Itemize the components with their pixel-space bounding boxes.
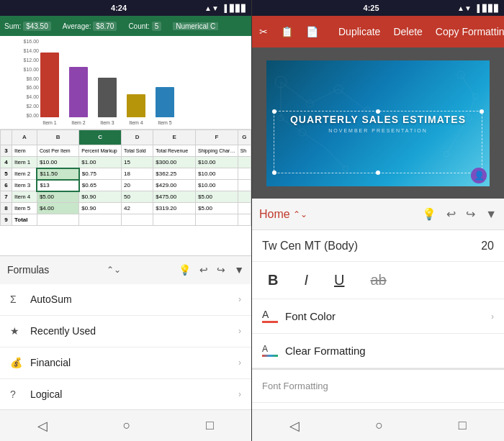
- underline-button[interactable]: U: [328, 269, 350, 291]
- cell[interactable]: Item 1: [12, 157, 37, 168]
- col-b[interactable]: B: [37, 130, 78, 145]
- cell[interactable]: Item: [12, 145, 37, 157]
- paste-button[interactable]: 📄: [303, 24, 321, 39]
- cell[interactable]: [153, 214, 196, 226]
- bulb-icon[interactable]: 💡: [179, 264, 191, 276]
- cell[interactable]: Total Sold: [122, 145, 153, 157]
- copy-formatting-button[interactable]: Copy Formatting: [433, 24, 504, 39]
- col-g[interactable]: G: [238, 130, 251, 145]
- cell[interactable]: Item 2: [12, 168, 37, 180]
- cell[interactable]: $1.00: [79, 157, 122, 168]
- cell[interactable]: 15: [122, 157, 153, 168]
- cell[interactable]: [122, 214, 153, 226]
- cell[interactable]: Item 3: [12, 180, 37, 191]
- chevron-right-icon: ›: [238, 326, 241, 336]
- cell[interactable]: $5.00: [37, 191, 78, 203]
- home-button[interactable]: ○: [123, 418, 131, 433]
- col-c[interactable]: C: [79, 130, 122, 145]
- cell[interactable]: $0.90: [79, 191, 122, 203]
- cell[interactable]: Total Revenue: [153, 145, 196, 157]
- delete-button[interactable]: Delete: [390, 24, 425, 39]
- cell[interactable]: 42: [122, 203, 153, 214]
- cell[interactable]: $0.75: [79, 168, 122, 180]
- cell-circle[interactable]: $13: [37, 180, 78, 191]
- bulb-icon[interactable]: 💡: [422, 207, 436, 221]
- col-d[interactable]: D: [122, 130, 153, 145]
- cell-selected[interactable]: $11.50: [37, 168, 78, 180]
- cell[interactable]: [238, 168, 251, 180]
- recent-button[interactable]: □: [459, 418, 467, 433]
- cell[interactable]: $10.00: [196, 157, 238, 168]
- cell[interactable]: Cost Per Item: [37, 145, 78, 157]
- y-label: $6.00: [19, 85, 39, 90]
- menu-logical[interactable]: ? Logical ›: [0, 379, 251, 410]
- col-f[interactable]: F: [196, 130, 238, 145]
- cell[interactable]: 18: [122, 168, 153, 180]
- bold-button[interactable]: B: [262, 269, 284, 291]
- font-color-label: Font Color: [285, 310, 491, 322]
- menu-autosum[interactable]: Σ AutoSum ›: [0, 284, 251, 316]
- svg-line-5: [338, 89, 367, 111]
- cell[interactable]: $319.20: [153, 203, 196, 214]
- ppt-toolbar: ✂ 📋 📄 Duplicate Delete Copy Formatting E…: [252, 16, 504, 47]
- cell[interactable]: $10.00: [37, 157, 78, 168]
- cell[interactable]: [196, 214, 238, 226]
- cell[interactable]: [79, 214, 122, 226]
- undo-icon[interactable]: ↩: [446, 207, 456, 221]
- cell[interactable]: [238, 214, 251, 226]
- back-button[interactable]: ◁: [37, 418, 48, 434]
- redo-icon[interactable]: ↪: [217, 264, 225, 276]
- cell[interactable]: 50: [122, 191, 153, 203]
- strikethrough-button[interactable]: ab: [364, 269, 392, 291]
- home-button[interactable]: ○: [375, 418, 383, 433]
- duplicate-button[interactable]: Duplicate: [336, 24, 383, 39]
- recent-button[interactable]: □: [206, 418, 214, 433]
- cell[interactable]: $429.00: [153, 180, 196, 191]
- back-button[interactable]: ◁: [289, 418, 300, 434]
- cell[interactable]: $10.00: [196, 168, 238, 180]
- undo-icon[interactable]: ↩: [199, 264, 208, 276]
- signal-icon: ▲▼: [204, 4, 219, 12]
- cell[interactable]: $0.65: [79, 180, 122, 191]
- italic-button[interactable]: I: [298, 269, 314, 291]
- clear-formatting-item[interactable]: A Clear Formatting: [252, 334, 504, 368]
- cell[interactable]: $362.25: [153, 168, 196, 180]
- dropdown-icon[interactable]: ▼: [234, 264, 244, 276]
- font-formatting-item[interactable]: Font Formatting: [252, 368, 504, 403]
- cell[interactable]: [37, 214, 78, 226]
- col-a[interactable]: A: [12, 130, 37, 145]
- cell[interactable]: $4.00: [37, 203, 78, 214]
- cell[interactable]: [238, 203, 251, 214]
- font-color-item[interactable]: A Font Color ›: [252, 299, 504, 334]
- cell[interactable]: $300.00: [153, 157, 196, 168]
- bar-item5: [156, 87, 174, 117]
- cell[interactable]: Total: [12, 214, 37, 226]
- cell[interactable]: $475.00: [153, 191, 196, 203]
- cell[interactable]: $5.00: [196, 203, 238, 214]
- clipboard-button[interactable]: 📋: [278, 24, 296, 39]
- cut-button[interactable]: ✂: [256, 24, 271, 39]
- cell[interactable]: Item 4: [12, 191, 37, 203]
- slide-thumbnail[interactable]: QUARTERLY SALES ESTIMATES NOVEMBER PRESE…: [266, 60, 490, 186]
- cell[interactable]: 20: [122, 180, 153, 191]
- font-size[interactable]: 20: [481, 240, 494, 253]
- y-label: $16.00: [19, 39, 39, 44]
- cell[interactable]: $10.00: [196, 180, 238, 191]
- cell[interactable]: $0.90: [79, 203, 122, 214]
- cell[interactable]: Shipping Charge/Item: [196, 145, 238, 157]
- cell[interactable]: [238, 191, 251, 203]
- font-color-icon: A: [262, 309, 285, 323]
- cell[interactable]: Sh: [238, 145, 251, 157]
- dropdown-icon[interactable]: ▼: [485, 208, 497, 221]
- col-e[interactable]: E: [153, 130, 196, 145]
- menu-recently-used[interactable]: ★ Recently Used ›: [0, 316, 251, 347]
- cell[interactable]: Percent Markup: [79, 145, 122, 157]
- font-name[interactable]: Tw Cen MT (Body): [262, 240, 358, 253]
- cell[interactable]: $5.00: [196, 191, 238, 203]
- cell[interactable]: [238, 157, 251, 168]
- cell[interactable]: Item 5: [12, 203, 37, 214]
- menu-financial[interactable]: 💰 Financial ›: [0, 347, 251, 379]
- cell[interactable]: [238, 180, 251, 191]
- redo-icon[interactable]: ↪: [466, 207, 475, 221]
- bar-item1: [40, 53, 59, 117]
